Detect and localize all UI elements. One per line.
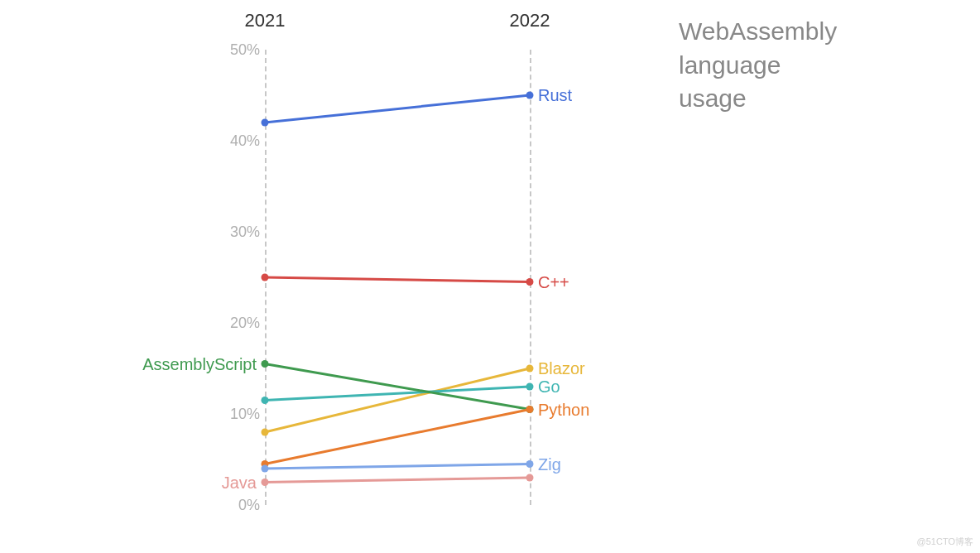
series-point: [526, 92, 534, 99]
y-tick-label: 20%: [222, 315, 260, 332]
series-point: [526, 474, 534, 482]
gridline-2022: [530, 50, 531, 505]
series-point: [262, 478, 269, 486]
series-line-zig: [265, 464, 530, 469]
x-label-2021: 2021: [245, 10, 286, 31]
chart-title: WebAssembly language usage: [679, 15, 837, 116]
chart-lines: [265, 50, 530, 505]
title-line-3: usage: [679, 84, 747, 112]
title-line-2: language: [679, 51, 781, 79]
series-point: [262, 360, 269, 368]
series-point: [262, 274, 269, 281]
title-line-1: WebAssembly: [679, 17, 837, 45]
series-label-rust: Rust: [538, 86, 572, 105]
series-label-java: Java: [222, 473, 257, 492]
series-point: [526, 406, 534, 413]
series-line-python: [265, 410, 530, 464]
y-tick-label: 40%: [222, 132, 260, 150]
series-label-python: Python: [538, 400, 589, 419]
series-line-assemblyscript: [265, 364, 530, 410]
x-label-2022: 2022: [510, 10, 550, 31]
series-line-c++: [265, 277, 530, 282]
series-point: [262, 119, 269, 127]
series-point: [526, 365, 534, 373]
series-label-blazor: Blazor: [538, 359, 585, 378]
series-label-go: Go: [538, 377, 560, 397]
series-label-c++: C++: [538, 272, 569, 291]
series-point: [262, 397, 269, 404]
series-line-go: [265, 387, 530, 401]
series-label-assemblyscript: AssemblyScript: [142, 354, 257, 373]
series-point: [262, 465, 269, 473]
series-label-zig: Zig: [538, 454, 561, 474]
y-tick-label: 0%: [222, 497, 260, 514]
series-point: [526, 383, 534, 391]
series-point: [526, 278, 534, 286]
y-tick-label: 50%: [222, 41, 260, 59]
y-tick-label: 10%: [222, 406, 260, 423]
series-point: [262, 429, 269, 436]
series-point: [526, 460, 534, 468]
series-line-rust: [265, 95, 530, 123]
series-line-java: [265, 478, 530, 483]
watermark: @51CTO博客: [917, 536, 973, 548]
y-tick-label: 30%: [222, 224, 260, 241]
series-line-blazor: [265, 368, 530, 432]
